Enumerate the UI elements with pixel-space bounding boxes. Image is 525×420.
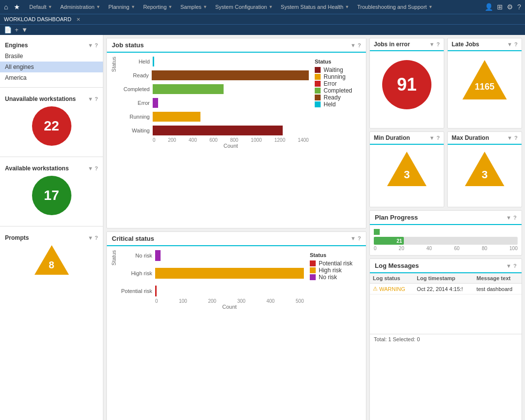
log-messages-dropdown[interactable]: ▼ xyxy=(506,263,511,269)
min-duration-dropdown[interactable]: ▼ xyxy=(429,135,434,141)
critical-status-body: Status No risk xyxy=(107,246,366,314)
col-log-timestamp: Log timestamp xyxy=(414,273,473,284)
planning-arrow: ▼ xyxy=(131,4,135,9)
sys-status-arrow: ▼ xyxy=(345,4,349,9)
jobs-in-error-header: Jobs in error ▼ ? xyxy=(370,38,444,51)
late-jobs-triangle: 1165 xyxy=(462,60,507,99)
center-column: Job status ▼ ? Status xyxy=(106,38,366,420)
plan-progress-bar-inner: 21 xyxy=(374,237,404,245)
breadcrumb-close[interactable]: ✕ xyxy=(76,17,80,22)
job-status-legend: Status Waiting Running xyxy=(313,57,362,149)
late-jobs-triangle-container: 1165 xyxy=(462,60,507,99)
user-icon[interactable]: 👤 xyxy=(485,3,493,11)
critical-status-help-icon[interactable]: ? xyxy=(358,235,361,241)
critical-bars-area: No risk High risk xyxy=(118,250,304,310)
log-row-1: ⚠ WARNING Oct 22, 2014 4:15:! test dashb… xyxy=(370,284,522,294)
bar-ready-fill xyxy=(152,70,309,80)
min-duration-triangle-container: 3 xyxy=(387,152,427,186)
action-dropdown-icon[interactable]: ▼ xyxy=(22,26,28,33)
job-status-header: Job status ▼ ? xyxy=(107,38,366,53)
nav-icon-group: 👤 ⊞ ⚙ ? xyxy=(485,3,521,11)
nav-reporting[interactable]: Reporting ▼ xyxy=(140,0,176,14)
sidebar-divider-1 xyxy=(0,87,103,88)
min-duration-icons: ▼ ? xyxy=(429,135,440,141)
legend-running-swatch xyxy=(315,74,321,80)
plan-progress-dropdown[interactable]: ▼ xyxy=(506,215,511,221)
nav-administration[interactable]: Administration ▼ xyxy=(57,0,103,14)
nav-home-icon[interactable]: ⌂ xyxy=(4,3,8,11)
nav-default[interactable]: Default ▼ xyxy=(26,0,55,14)
col-message-text: Message text xyxy=(474,273,522,284)
max-duration-triangle: 3 xyxy=(465,152,504,186)
nav-trouble[interactable]: Troubleshooting and Support ▼ xyxy=(354,0,435,14)
bar-completed-label: Completed xyxy=(118,86,150,92)
log-messages-help[interactable]: ? xyxy=(513,263,517,269)
right-row-2: Min Duration ▼ ? 3 xyxy=(369,131,522,207)
bar-held: Held xyxy=(118,57,309,66)
job-status-legend-title: Status xyxy=(315,59,360,65)
nav-star-icon[interactable]: ★ xyxy=(14,3,20,11)
settings-icon[interactable]: ⚙ xyxy=(507,3,513,11)
plan-progress-header: Plan Progress ▼ ? xyxy=(370,211,522,225)
job-status-bars-area: Held Ready xyxy=(118,57,309,149)
job-status-icons: ▼ ? xyxy=(350,42,361,48)
breadcrumb-title: WORKLOAD DASHBOARD xyxy=(4,16,71,22)
nav-sys-status[interactable]: System Status and Health ▼ xyxy=(278,0,352,14)
nav-samples[interactable]: Samples ▼ xyxy=(177,0,210,14)
max-duration-dropdown[interactable]: ▼ xyxy=(507,135,512,141)
plan-progress-scale: 0 20 40 60 80 100 xyxy=(374,246,518,251)
legend-no-risk: No risk xyxy=(310,274,360,281)
critical-bars: No risk High risk xyxy=(118,250,304,296)
available-widget-icons: ▼ ? xyxy=(88,165,98,171)
bar-no-risk-label: No risk xyxy=(118,253,152,258)
late-jobs-dropdown[interactable]: ▼ xyxy=(507,41,512,47)
nav-planning[interactable]: Planning ▼ xyxy=(105,0,138,14)
sidebar-divider-3 xyxy=(0,226,103,226)
sidebar-item-brasile[interactable]: Brasile xyxy=(0,51,103,62)
job-status-body: Status Held xyxy=(107,53,366,153)
late-jobs-help[interactable]: ? xyxy=(514,41,518,47)
unavailable-workstations-title: Unavailable workstations ▼ ? xyxy=(5,96,98,102)
sidebar-item-america[interactable]: America xyxy=(0,72,103,83)
nav-sys-config[interactable]: System Configuration ▼ xyxy=(212,0,276,14)
log-footer: Total: 1 Selected: 0 xyxy=(370,334,522,344)
jobs-in-error-help[interactable]: ? xyxy=(436,41,440,47)
log-table-empty-space xyxy=(370,294,522,334)
prompts-widget: Prompts ▼ ? 8 xyxy=(0,230,103,295)
min-duration-card: Min Duration ▼ ? 3 xyxy=(369,131,444,207)
job-status-x-label: Count xyxy=(118,143,309,149)
action-bar: 📄 + ▼ xyxy=(0,24,525,35)
right-row-1: Jobs in error ▼ ? 91 xyxy=(369,38,522,129)
sidebar-item-all-engines[interactable]: All engines xyxy=(0,62,103,72)
help-icon[interactable]: ? xyxy=(517,3,521,11)
content-wrapper: Job status ▼ ? Status xyxy=(103,35,525,420)
legend-completed-swatch xyxy=(315,88,321,94)
job-status-help-icon[interactable]: ? xyxy=(358,42,361,48)
job-status-bars: Held Ready xyxy=(118,57,309,135)
bar-no-risk: No risk xyxy=(118,250,304,261)
apps-icon[interactable]: ⊞ xyxy=(497,3,503,11)
new-doc-icon[interactable]: 📄 xyxy=(4,26,12,33)
add-icon[interactable]: + xyxy=(15,26,19,33)
critical-status-dropdown-icon[interactable]: ▼ xyxy=(350,235,356,241)
plan-progress-help[interactable]: ? xyxy=(513,215,517,221)
job-status-dropdown-icon[interactable]: ▼ xyxy=(350,42,356,48)
min-duration-header: Min Duration ▼ ? xyxy=(370,132,444,145)
warning-icon: ⚠ xyxy=(373,286,378,292)
prompts-triangle: 8 xyxy=(5,245,98,275)
bar-potential-risk-fill xyxy=(155,286,157,296)
prompts-triangle-shape: 8 xyxy=(34,245,69,275)
max-duration-help[interactable]: ? xyxy=(514,135,518,141)
legend-error: Error xyxy=(315,80,360,87)
late-jobs-card: Late Jobs ▼ ? 1165 xyxy=(447,38,522,129)
jobs-in-error-dropdown[interactable]: ▼ xyxy=(429,41,434,47)
plan-progress-icons: ▼ ? xyxy=(506,215,517,221)
available-workstations-title: Available workstations ▼ ? xyxy=(5,165,98,172)
min-duration-help[interactable]: ? xyxy=(436,135,440,141)
job-status-chart-area: Status Held xyxy=(111,57,309,149)
main-layout: Engines ▼ ? Brasile All engines America … xyxy=(0,35,525,420)
log-messages-body: Log status Log timestamp Message text xyxy=(370,273,522,344)
jobs-in-error-body: 91 xyxy=(370,51,444,118)
legend-potential-risk-swatch xyxy=(310,260,316,266)
critical-x-ticks: 0 100 200 300 400 500 xyxy=(118,298,304,304)
